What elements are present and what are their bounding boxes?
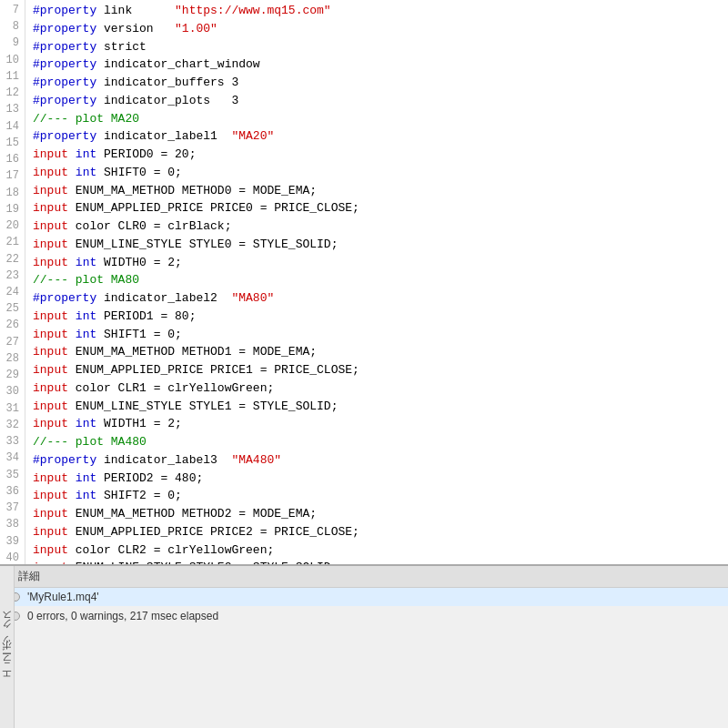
code-token: input <box>33 381 68 395</box>
line-number: 19 <box>4 201 19 217</box>
code-line: input ENUM_MA_METHOD METHOD2 = MODE_EMA; <box>33 505 721 523</box>
code-token: ENUM_LINE_STYLE STYLE0 = STYLE_SOLID; <box>68 238 338 251</box>
line-number: 21 <box>4 234 19 250</box>
line-number: 18 <box>4 185 19 201</box>
line-numbers: 7891011121314151617181920212223242526272… <box>0 0 25 564</box>
code-token: #property <box>33 57 96 71</box>
code-token: int <box>76 147 96 161</box>
line-number: 16 <box>4 151 19 167</box>
code-line: #property indicator_plots 3 <box>33 92 721 110</box>
vertical-tab: エラーボックス <box>0 566 15 728</box>
code-line: #property indicator_label3 "MA480" <box>33 451 721 470</box>
code-token: input <box>33 184 68 197</box>
line-number: 34 <box>4 450 19 466</box>
code-token: int <box>76 417 96 430</box>
code-token: input <box>33 399 68 413</box>
code-line: input ENUM_LINE_STYLE STYLE0 = STYLE_SOL… <box>33 236 721 254</box>
code-token: indicator_chart_window <box>96 57 259 71</box>
line-number: 13 <box>4 101 19 117</box>
code-line: input int WIDTH0 = 2; <box>33 254 721 272</box>
bottom-panel: × 詳細 'MyRule1.mq4' 0 errors, 0 warnings,… <box>0 564 728 728</box>
code-token <box>68 256 76 269</box>
code-line: input ENUM_MA_METHOD METHOD1 = MODE_EMA; <box>33 343 721 361</box>
code-token: input <box>33 201 68 215</box>
code-line: input int WIDTH1 = 2; <box>33 415 721 433</box>
code-token: color CLR1 = clrYellowGreen; <box>68 381 274 395</box>
line-number: 24 <box>4 284 19 300</box>
code-token: link <box>96 4 175 17</box>
code-line: #property indicator_label2 "MA80" <box>33 289 721 308</box>
code-token: SHIFT2 = 0; <box>96 489 182 502</box>
code-token: input <box>33 309 68 323</box>
code-token: ENUM_APPLIED_PRICE PRICE0 = PRICE_CLOSE; <box>68 201 359 215</box>
code-token: SHIFT1 = 0; <box>96 328 182 341</box>
code-token: indicator_plots 3 <box>96 94 238 107</box>
code-line: #property indicator_chart_window <box>33 56 721 74</box>
code-token: input <box>33 507 68 521</box>
line-number: 15 <box>4 135 19 151</box>
line-number: 28 <box>4 350 19 367</box>
code-token <box>68 417 76 430</box>
code-token: int <box>76 309 96 323</box>
line-number: 30 <box>4 383 19 399</box>
line-number: 8 <box>4 18 19 35</box>
code-line: #property version "1.00" <box>33 20 721 38</box>
code-token: //--- plot MA480 <box>33 435 147 449</box>
code-line: input int PERIOD1 = 80; <box>33 308 721 326</box>
code-token: input <box>33 417 68 430</box>
line-number: 22 <box>4 251 19 268</box>
panel-header: × 詳細 <box>0 566 728 588</box>
code-line: input int PERIOD0 = 20; <box>33 146 721 164</box>
code-token: "MA480" <box>231 453 281 467</box>
code-line: #property indicator_buffers 3 <box>33 74 721 92</box>
line-number: 9 <box>4 35 19 51</box>
code-token: input <box>33 489 68 502</box>
code-token: "MA80" <box>231 291 274 305</box>
code-token: #property <box>33 4 96 17</box>
code-token: strict <box>96 40 147 54</box>
code-content[interactable]: #property link "https://www.mq15.com"#pr… <box>25 0 728 564</box>
code-token: input <box>33 219 68 233</box>
code-line: //--- plot MA80 <box>33 271 721 289</box>
line-number: 39 <box>4 533 19 550</box>
code-line: input int PERIOD2 = 480; <box>33 470 721 488</box>
code-token: input <box>33 471 68 485</box>
code-token: input <box>33 345 68 359</box>
code-line: input ENUM_APPLIED_PRICE PRICE0 = PRICE_… <box>33 199 721 217</box>
code-token: input <box>33 147 68 161</box>
code-token: indicator_label2 <box>96 291 231 305</box>
code-line: input int SHIFT1 = 0; <box>33 326 721 344</box>
line-number: 31 <box>4 400 19 417</box>
code-token: ENUM_APPLIED_PRICE PRICE2 = PRICE_CLOSE; <box>68 525 359 539</box>
code-token: SHIFT0 = 0; <box>96 166 182 179</box>
code-token: PERIOD2 = 480; <box>96 471 203 485</box>
code-token: //--- plot MA80 <box>33 273 139 287</box>
code-token: input <box>33 525 68 539</box>
code-token: int <box>76 256 96 269</box>
line-number: 14 <box>4 118 19 135</box>
code-line: #property strict <box>33 38 721 56</box>
code-token: //--- plot MA20 <box>33 112 139 126</box>
code-token: input <box>33 166 68 179</box>
line-number: 12 <box>4 85 19 101</box>
code-line: input ENUM_MA_METHOD METHOD0 = MODE_EMA; <box>33 182 721 200</box>
code-token: input <box>33 256 68 269</box>
code-token: indicator_buffers 3 <box>96 76 238 89</box>
code-token: version <box>96 22 175 35</box>
code-token: #property <box>33 40 96 54</box>
code-token: ENUM_APPLIED_PRICE PRICE1 = PRICE_CLOSE; <box>68 363 359 377</box>
panel-status-row: 0 errors, 0 warnings, 217 msec elapsed <box>0 606 728 626</box>
code-token: #property <box>33 22 96 35</box>
status-label: 0 errors, 0 warnings, 217 msec elapsed <box>27 610 218 622</box>
code-token: ENUM_LINE_STYLE STYLE1 = STYLE_SOLID; <box>68 399 338 413</box>
code-token: input <box>33 363 68 377</box>
line-number: 7 <box>4 2 19 18</box>
code-token: int <box>76 328 96 341</box>
code-line: input ENUM_APPLIED_PRICE PRICE2 = PRICE_… <box>33 523 721 541</box>
line-number: 20 <box>4 217 19 234</box>
code-token: #property <box>33 94 96 107</box>
code-token: input <box>33 238 68 251</box>
code-token <box>68 328 76 341</box>
code-line: input color CLR1 = clrYellowGreen; <box>33 379 721 398</box>
code-token <box>68 489 76 502</box>
